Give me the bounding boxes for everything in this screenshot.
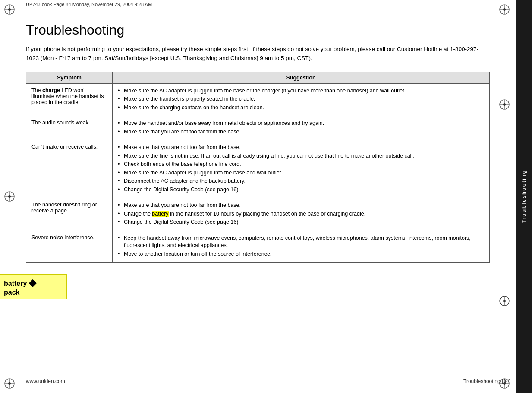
suggestion-cell: Make sure the AC adapter is plugged into… <box>113 83 490 116</box>
footer-website: www.uniden.com <box>26 378 65 384</box>
bold-charge: charge <box>42 87 60 93</box>
list-item: Keep the handset away from microwave ove… <box>118 235 484 250</box>
list-item: Disconnect the AC adapter and the backup… <box>118 177 484 185</box>
main-content: Troubleshooting If your phone is not per… <box>0 9 516 276</box>
footer-page-number: Troubleshooting [84] <box>463 378 510 384</box>
list-item: Make sure that you are not too far from … <box>118 128 484 136</box>
svg-point-11 <box>8 382 11 385</box>
table-row: Severe noise interference. Keep the hand… <box>26 231 490 263</box>
mid-left-decoration <box>3 190 16 203</box>
list-item: Move the handset and/or base away from m… <box>118 120 484 127</box>
suggestion-cell: Make sure that you are not too far from … <box>113 140 490 198</box>
battery-pack-annotation: battery ◆pack <box>0 274 67 299</box>
mid-right-bot-decoration <box>498 295 510 307</box>
suggestion-cell: Move the handset and/or base away from m… <box>113 116 490 140</box>
symptom-cell: Severe noise interference. <box>26 231 113 263</box>
corner-decoration-tr <box>498 3 510 16</box>
page-title: Troubleshooting <box>26 22 490 38</box>
list-item: Make sure the charging contacts on the h… <box>118 104 484 112</box>
symptom-cell: Can't make or receive calls. <box>26 140 113 198</box>
list-item: Make sure that you are not too far from … <box>118 202 484 209</box>
table-row: The audio sounds weak. Move the handset … <box>26 116 490 140</box>
mid-right-top-decoration <box>498 98 510 111</box>
page-footer: www.uniden.com Troubleshooting [84] <box>26 378 510 384</box>
col-header-symptom: Symptom <box>26 72 113 83</box>
table-row: The handset doesn't ring or receive a pa… <box>26 198 490 231</box>
symptom-cell: The audio sounds weak. <box>26 116 113 140</box>
list-item: Change the Digital Security Code (see pa… <box>118 219 484 226</box>
list-item: Make sure the line is not in use. If an … <box>118 152 484 160</box>
list-item: Make sure the handset is properly seated… <box>118 95 484 103</box>
symptom-cell: The handset doesn't ring or receive a pa… <box>26 198 113 231</box>
suggestion-cell: Keep the handset away from microwave ove… <box>113 231 490 263</box>
list-item: Charge the battery in the handset for 10… <box>118 210 484 218</box>
col-header-suggestion: Suggestion <box>113 72 490 83</box>
header-book-info: UP743.book Page 84 Monday, November 29, … <box>26 2 152 7</box>
sidebar-label: Troubleshooting <box>521 170 527 223</box>
list-item: Check both ends of the base telephone li… <box>118 161 484 168</box>
top-header: UP743.book Page 84 Monday, November 29, … <box>0 0 532 9</box>
list-item: Change the Digital Security Code (see pa… <box>118 186 484 194</box>
svg-point-19 <box>8 195 11 198</box>
symptom-cell: The charge LED won't illuminate when the… <box>26 83 113 116</box>
strikethrough-text: Charge the <box>124 211 152 217</box>
list-item: Make sure that you are not too far from … <box>118 144 484 152</box>
svg-point-7 <box>503 8 506 11</box>
troubleshooting-table: Symptom Suggestion The charge LED won't … <box>26 72 490 263</box>
corner-decoration-tl <box>3 3 16 16</box>
list-item: Make sure the AC adapter is plugged into… <box>118 87 484 95</box>
intro-paragraph: If your phone is not performing to your … <box>26 45 490 63</box>
highlighted-battery: battery <box>152 211 168 217</box>
svg-point-23 <box>503 103 506 106</box>
battery-pack-text: battery ◆pack <box>4 280 36 296</box>
list-item: Move to another location or turn off the… <box>118 250 484 258</box>
table-row: Can't make or receive calls. Make sure t… <box>26 140 490 198</box>
table-row: The charge LED won't illuminate when the… <box>26 83 490 116</box>
right-sidebar: Troubleshooting <box>516 0 532 393</box>
suggestion-cell: Make sure that you are not too far from … <box>113 198 490 231</box>
svg-point-27 <box>503 300 506 302</box>
list-item: Make sure the AC adapter is plugged into… <box>118 169 484 177</box>
svg-point-3 <box>8 8 11 11</box>
corner-decoration-bl <box>3 377 16 390</box>
